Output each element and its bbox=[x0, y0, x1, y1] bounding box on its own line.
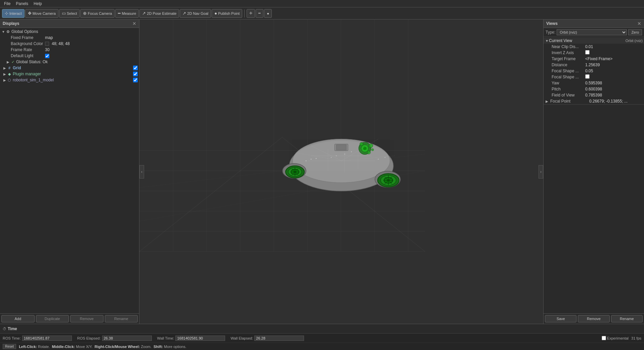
invert-z-value[interactable] bbox=[585, 50, 590, 55]
2d-pose-label: 2D Pose Estimate bbox=[147, 11, 176, 15]
duplicate-button[interactable]: Duplicate bbox=[36, 315, 69, 322]
robot-model-item[interactable]: ▶ ⬡ robotont_sim_1_model bbox=[0, 77, 139, 83]
plugin-manager-item[interactable]: ▶ ◆ Plugin manager bbox=[0, 71, 139, 77]
svg-point-54 bbox=[306, 160, 307, 161]
focal-shape1-value[interactable]: 0.05 bbox=[585, 69, 593, 73]
pitch-row: Pitch 0.600398 bbox=[544, 86, 644, 92]
add-button[interactable]: Add bbox=[1, 315, 35, 322]
crosshair-button[interactable]: ✛ bbox=[247, 9, 255, 18]
views-tree: ▼ Current View Orbit (rviz) Near Clip Di… bbox=[544, 37, 644, 313]
grid-label: Grid bbox=[13, 66, 132, 70]
target-frame-value[interactable]: <Fixed Frame> bbox=[585, 56, 612, 61]
svg-point-48 bbox=[369, 144, 373, 148]
experimental-label[interactable]: Experimental bbox=[602, 336, 629, 340]
views-close-icon[interactable]: ✕ bbox=[637, 21, 641, 26]
ros-elapsed-field: ROS Elapsed: bbox=[77, 336, 152, 341]
focal-point-value[interactable]: 0.26679; -0.13855; ... bbox=[589, 99, 628, 104]
menubar: File Panels Help bbox=[0, 0, 644, 7]
line-button[interactable]: ━ bbox=[256, 9, 263, 18]
ros-elapsed-input[interactable] bbox=[102, 336, 152, 341]
wall-elapsed-input[interactable] bbox=[254, 336, 304, 341]
publish-point-button[interactable]: ● Publish Point bbox=[212, 9, 242, 18]
move-camera-button[interactable]: ✥ Move Camera bbox=[25, 9, 58, 18]
global-status-icon: ✓ bbox=[10, 60, 15, 64]
bg-color-swatch bbox=[45, 42, 49, 46]
bg-color-value[interactable]: 48; 48; 48 bbox=[45, 41, 70, 46]
grid-item[interactable]: ▶ # Grid bbox=[0, 65, 139, 71]
wall-time-field: Wall Time: bbox=[157, 336, 225, 341]
views-remove-button[interactable]: Remove bbox=[578, 315, 609, 322]
svg-point-51 bbox=[371, 148, 374, 151]
viewport-collapse-right[interactable]: › bbox=[539, 165, 543, 179]
plugin-icon: ◆ bbox=[7, 72, 12, 76]
pitch-value[interactable]: 0.600398 bbox=[585, 87, 602, 91]
default-light-row: Default Light bbox=[0, 53, 139, 59]
default-light-check[interactable] bbox=[45, 54, 49, 58]
displays-buttons: Add Duplicate Remove Rename bbox=[0, 313, 139, 324]
focal-point-row: ▶ Focal Point 0.26679; -0.13855; ... bbox=[544, 98, 644, 104]
viewport-collapse-left[interactable]: ‹ bbox=[139, 165, 144, 179]
svg-point-60 bbox=[336, 155, 337, 156]
remove-button[interactable]: Remove bbox=[70, 315, 103, 322]
plugin-manager-label: Plugin manager bbox=[13, 72, 132, 76]
2d-pose-button[interactable]: ↗ 2D Pose Estimate bbox=[139, 9, 179, 18]
current-view-header[interactable]: ▼ Current View Orbit (rviz) bbox=[544, 38, 644, 44]
global-options-item[interactable]: ▼ ⚙ Global Options bbox=[0, 29, 139, 35]
measure-button[interactable]: ━ Measure bbox=[115, 9, 139, 18]
reset-button[interactable]: Reset bbox=[3, 344, 16, 349]
pitch-label: Pitch bbox=[545, 87, 585, 91]
focus-icon: ⊕ bbox=[83, 11, 87, 16]
yaw-value[interactable]: 0.595398 bbox=[585, 81, 602, 85]
distance-value[interactable]: 1.25639 bbox=[585, 63, 600, 67]
menu-panels[interactable]: Panels bbox=[13, 1, 31, 7]
wall-time-input[interactable] bbox=[175, 336, 225, 341]
near-clip-row: Near Clip Dis... 0.01 bbox=[544, 44, 644, 50]
plugin-manager-checkbox[interactable] bbox=[133, 72, 138, 76]
focal-point-arrow: ▶ bbox=[545, 100, 549, 103]
focal-shape1-label: Focal Shape ... bbox=[545, 69, 585, 73]
interact-button[interactable]: ⊹ Interact bbox=[2, 9, 25, 18]
bg-color-row: Background Color 48; 48; 48 bbox=[0, 41, 139, 47]
frame-rate-value[interactable]: 30 bbox=[45, 47, 49, 52]
near-clip-value[interactable]: 0.01 bbox=[585, 44, 593, 49]
robot-model-label: robotont_sim_1_model bbox=[13, 78, 132, 82]
views-header: Views ✕ bbox=[544, 20, 644, 28]
global-options-label: Global Options bbox=[11, 29, 138, 34]
ros-elapsed-label: ROS Elapsed: bbox=[77, 336, 101, 340]
views-save-button[interactable]: Save bbox=[545, 315, 576, 322]
select-button[interactable]: ▭ Select bbox=[59, 9, 80, 18]
default-light-checkbox[interactable] bbox=[45, 54, 49, 58]
views-rename-button[interactable]: Rename bbox=[611, 315, 643, 322]
dot-button[interactable]: ● bbox=[264, 9, 272, 18]
experimental-checkbox[interactable] bbox=[602, 336, 606, 340]
fov-value[interactable]: 0.785398 bbox=[585, 93, 602, 98]
displays-close-icon[interactable]: ✕ bbox=[132, 21, 136, 26]
fixed-frame-value[interactable]: map bbox=[45, 35, 53, 40]
displays-header: Displays ✕ bbox=[0, 20, 139, 28]
svg-line-14 bbox=[139, 137, 282, 251]
fov-row: Field of View 0.785398 bbox=[544, 92, 644, 98]
invert-z-row: Invert Z Axis bbox=[544, 50, 644, 56]
rename-button[interactable]: Rename bbox=[105, 315, 138, 322]
focal-shape2-value[interactable] bbox=[585, 74, 590, 80]
viewport[interactable]: ‹ bbox=[139, 20, 543, 324]
menu-file[interactable]: File bbox=[1, 1, 13, 7]
2d-pose-icon: ↗ bbox=[142, 11, 146, 16]
invert-z-checkbox[interactable] bbox=[585, 50, 590, 54]
robot-model-checkbox[interactable] bbox=[133, 78, 138, 82]
move-camera-label: Move Camera bbox=[33, 11, 56, 15]
global-status-item[interactable]: ▶ ✓ Global Status: Ok bbox=[0, 59, 139, 65]
views-type-select[interactable]: Orbit (rviz) bbox=[557, 29, 627, 35]
focal-shape2-row: Focal Shape ... bbox=[544, 74, 644, 80]
ros-time-input[interactable] bbox=[22, 336, 72, 341]
focus-camera-button[interactable]: ⊕ Focus Camera bbox=[80, 9, 115, 18]
time-icon: ⏱ bbox=[3, 327, 6, 331]
views-type-label: Type: bbox=[546, 30, 555, 35]
distance-label: Distance bbox=[545, 63, 585, 67]
svg-point-56 bbox=[351, 151, 352, 152]
grid-checkbox[interactable] bbox=[133, 66, 138, 70]
views-zero-button[interactable]: Zero bbox=[628, 29, 642, 35]
menu-help[interactable]: Help bbox=[31, 1, 45, 7]
2d-nav-button[interactable]: ↗ 2D Nav Goal bbox=[180, 9, 211, 18]
focal-shape2-checkbox[interactable] bbox=[585, 74, 590, 79]
